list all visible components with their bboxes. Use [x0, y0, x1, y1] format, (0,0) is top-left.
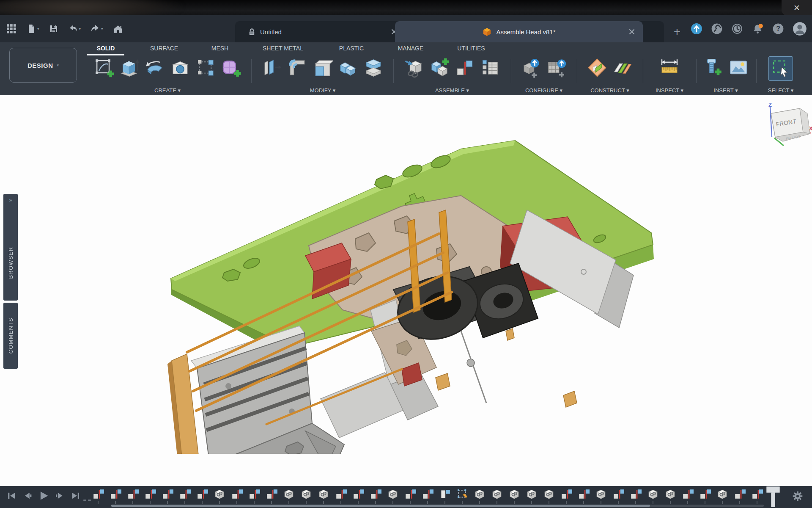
timeline-feature-link[interactable]	[543, 488, 555, 500]
shell-button[interactable]	[312, 56, 334, 79]
timeline-feature-joint[interactable]	[196, 488, 208, 500]
chevron-down-icon[interactable]: ▾	[37, 27, 39, 31]
redo-button[interactable]: ▾	[88, 22, 105, 36]
go-to-end-button[interactable]	[70, 490, 81, 501]
timeline-feature-joint[interactable]	[266, 488, 277, 500]
create-form-button[interactable]	[220, 56, 242, 79]
timeline-feature-link[interactable]	[283, 488, 295, 500]
timeline-feature-link[interactable]	[508, 488, 520, 500]
group-label-configure[interactable]: CONFIGURE ▾	[516, 87, 572, 94]
timeline-feature-joint[interactable]	[578, 488, 590, 500]
combine-button[interactable]	[337, 56, 359, 79]
press-pull-button[interactable]	[261, 56, 283, 79]
insert-derive-button[interactable]	[403, 56, 425, 79]
timeline-playhead-stem[interactable]	[771, 492, 775, 507]
app-launcher-button[interactable]	[4, 22, 19, 36]
construct-plane-button[interactable]	[586, 56, 608, 79]
pattern-button[interactable]	[195, 56, 217, 79]
timeline-feature-rigid-group[interactable]	[439, 488, 451, 500]
ribbon-tab-manage[interactable]: MANAGE	[398, 45, 424, 52]
split-body-button[interactable]	[362, 56, 384, 79]
timeline-feature-joint[interactable]	[560, 488, 572, 500]
profile-icon[interactable]	[793, 22, 807, 36]
group-label-insert[interactable]: INSERT ▾	[700, 87, 751, 94]
offset-plane-button[interactable]	[612, 56, 634, 79]
create-sketch-button[interactable]	[93, 56, 115, 79]
timeline-feature-joint[interactable]	[110, 488, 121, 500]
workspace-selector[interactable]: DESIGN ▾	[9, 48, 77, 83]
timeline-feature-link[interactable]	[387, 488, 399, 500]
home-view-button[interactable]	[111, 22, 125, 36]
extrude-button[interactable]	[118, 56, 140, 79]
step-back-button[interactable]	[22, 490, 33, 501]
job-status-icon[interactable]	[731, 23, 743, 35]
timeline-feature-joint[interactable]	[352, 488, 364, 500]
tab-assemble-head[interactable]: Assemble Head v81*	[395, 21, 643, 42]
timeline-feature-link[interactable]	[647, 488, 659, 500]
viewport[interactable]: FRONT BOTTOM Z X » BROWSER COMMENTS ▾▾▾▾…	[0, 95, 812, 486]
joint-button[interactable]	[454, 56, 476, 79]
timeline-feature-sketch[interactable]	[456, 488, 468, 500]
ribbon-tab-sheet-metal[interactable]: SHEET METAL	[263, 45, 303, 52]
timeline-feature-link[interactable]	[716, 488, 728, 500]
timeline-feature-joint[interactable]	[335, 488, 347, 500]
timeline-scrollbar[interactable]	[111, 505, 650, 507]
timeline-feature-joint[interactable]	[630, 488, 642, 500]
hole-button[interactable]	[169, 56, 191, 79]
group-label-create[interactable]: CREATE ▾	[85, 87, 250, 94]
timeline-feature-joint[interactable]	[422, 488, 433, 500]
go-to-start-button[interactable]	[6, 490, 17, 501]
insert-fastener-button[interactable]	[702, 56, 724, 79]
timeline-feature-joint[interactable]	[734, 488, 746, 500]
timeline-feature-link[interactable]	[474, 488, 486, 500]
timeline-feature-joint[interactable]	[127, 488, 139, 500]
timeline-feature-link[interactable]	[318, 488, 329, 500]
ribbon-tab-solid[interactable]: SOLID	[97, 45, 115, 52]
group-label-assemble[interactable]: ASSEMBLE ▾	[397, 87, 508, 94]
extensions-upgrade-icon[interactable]	[691, 23, 702, 35]
group-label-modify[interactable]: MODIFY ▾	[255, 87, 391, 94]
timeline-feature-link[interactable]	[595, 488, 607, 500]
3d-model[interactable]	[165, 132, 656, 454]
ribbon-tab-plastic[interactable]: PLASTIC	[339, 45, 364, 52]
group-label-inspect[interactable]: INSPECT ▾	[648, 87, 691, 94]
timeline-feature-joint[interactable]	[248, 488, 260, 500]
timeline-feature-joint[interactable]	[404, 488, 416, 500]
timeline-feature-joint[interactable]	[612, 488, 624, 500]
timeline-feature-joint[interactable]	[699, 488, 711, 500]
chevron-down-icon[interactable]: ▾	[101, 27, 103, 31]
measure-button[interactable]	[658, 56, 680, 79]
video-close-button[interactable]: ✕	[782, 0, 812, 15]
group-label-select[interactable]: SELECT ▾	[761, 87, 800, 94]
timeline-feature-link[interactable]	[300, 488, 312, 500]
timeline-feature-joint[interactable]	[231, 488, 243, 500]
play-button[interactable]	[38, 490, 49, 501]
browser-panel-tab[interactable]: » BROWSER	[3, 194, 18, 301]
fillet-button[interactable]	[286, 56, 308, 79]
canvas-button[interactable]	[727, 56, 749, 79]
group-label-construct[interactable]: CONSTRUCT ▾	[582, 87, 638, 94]
ribbon-tab-surface[interactable]: SURFACE	[150, 45, 178, 52]
plugins-icon[interactable]	[711, 23, 723, 35]
timeline-settings-gear-icon[interactable]	[792, 490, 804, 502]
timeline-feature-link[interactable]	[664, 488, 676, 500]
select-tool-button[interactable]	[768, 56, 793, 81]
configuration-button[interactable]	[520, 56, 542, 79]
step-forward-button[interactable]	[54, 490, 65, 501]
timeline-feature-joint[interactable]	[682, 488, 694, 500]
tab-close-icon[interactable]	[627, 27, 637, 37]
bom-table-button[interactable]	[479, 56, 501, 79]
timeline-feature-joint[interactable]	[162, 488, 173, 500]
model-heatsink[interactable]	[191, 326, 344, 454]
timeline-feature-joint[interactable]	[370, 488, 381, 500]
timeline-feature-link[interactable]	[214, 488, 225, 500]
new-tab-button[interactable]: +	[670, 25, 684, 39]
ribbon-tab-utilities[interactable]: UTILITIES	[457, 45, 485, 52]
timeline-feature-joint[interactable]	[92, 488, 104, 500]
help-icon[interactable]: ?	[772, 23, 784, 35]
notifications-icon[interactable]	[752, 23, 764, 35]
new-component-button[interactable]	[428, 56, 450, 79]
configuration-table-button[interactable]	[546, 56, 568, 79]
expand-panel-icon[interactable]: »	[9, 197, 12, 203]
revolve-button[interactable]	[144, 56, 166, 79]
